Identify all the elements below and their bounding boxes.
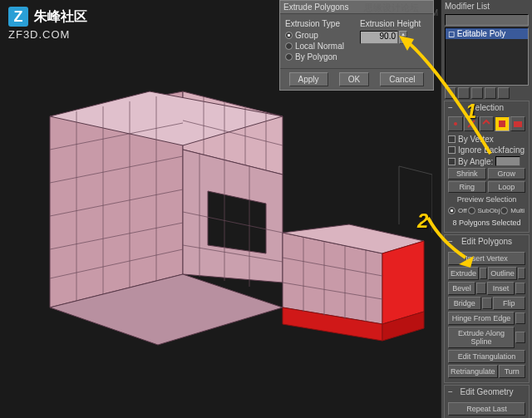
grow-button[interactable]: Grow: [488, 168, 526, 179]
extrude-spline-button[interactable]: Extrude Along Spline: [448, 327, 515, 348]
extrusion-type-label: Extrusion Type: [285, 19, 353, 28]
stack-toolbar: [445, 87, 529, 99]
inset-button[interactable]: Inset: [487, 282, 515, 295]
model-render: [33, 66, 432, 399]
pin-stack-icon[interactable]: [445, 87, 456, 99]
selection-rollout: Selection By Vertex Ignore Backfacing By…: [444, 101, 530, 233]
radio-icon: [468, 207, 475, 214]
svg-rect-39: [499, 120, 505, 127]
watermark-logo: Z 朱峰社区 ZF3D.COM: [8, 7, 87, 41]
logo-icon: Z: [8, 7, 28, 27]
radio-icon: [500, 207, 508, 214]
checkbox-icon: [448, 158, 456, 165]
radio-label: By Polygon: [295, 52, 337, 61]
rollout-title[interactable]: Edit Geometry: [445, 386, 529, 398]
extrude-button[interactable]: Extrude: [448, 267, 479, 280]
preview-multi[interactable]: Multi: [500, 207, 525, 214]
watermark-text: 朱峰社区: [34, 8, 87, 26]
subobject-row: [448, 116, 525, 131]
spinner-down-icon[interactable]: ▼: [399, 37, 407, 44]
modifier-dropdown[interactable]: [445, 14, 529, 26]
by-angle-check[interactable]: By Angle:: [448, 156, 525, 166]
retriangulate-button[interactable]: Retriangulate: [448, 365, 498, 378]
watermark-url: ZF3D.COM: [8, 28, 87, 41]
radio-icon: [448, 207, 456, 214]
selection-status: 8 Polygons Selected: [448, 219, 525, 227]
edit-polygons-rollout: Edit Polygons Insert Vertex ExtrudeOutli…: [444, 234, 530, 383]
configure-icon[interactable]: [498, 87, 510, 99]
so-element-button[interactable]: [510, 116, 525, 131]
ok-button[interactable]: OK: [339, 72, 369, 86]
so-vertex-button[interactable]: [448, 116, 463, 131]
repeat-last-button[interactable]: Repeat Last: [448, 402, 525, 416]
radio-icon: [285, 53, 293, 61]
radio-by-polygon[interactable]: By Polygon: [285, 52, 353, 61]
ignore-backfacing-check[interactable]: Ignore Backfacing: [448, 145, 525, 155]
command-panel: Modifier List ◻ Editable Poly Selection …: [441, 0, 532, 418]
so-polygon-button[interactable]: [495, 116, 510, 131]
bevel-settings-button[interactable]: [476, 283, 486, 294]
inset-settings-button[interactable]: [515, 283, 525, 294]
radio-label: Local Normal: [295, 42, 344, 51]
by-vertex-check[interactable]: By Vertex: [448, 135, 525, 144]
extrusion-height-label: Extrusion Height: [360, 19, 428, 28]
bevel-button[interactable]: Bevel: [448, 282, 475, 295]
watermark-top: 思缘设计论坛: [364, 2, 419, 14]
svg-rect-40: [514, 121, 522, 127]
rollout-title[interactable]: Selection: [445, 101, 529, 114]
apply-button[interactable]: Apply: [289, 72, 328, 86]
remove-mod-icon[interactable]: [485, 87, 496, 99]
svg-marker-7: [382, 241, 424, 324]
hinge-button[interactable]: Hinge From Edge: [448, 312, 515, 325]
edit-geometry-rollout: Edit Geometry Repeat Last Constraints No…: [444, 385, 530, 418]
edit-tri-button[interactable]: Edit Triangulation: [448, 350, 525, 363]
height-spinner[interactable]: 90.0 ▲▼: [360, 31, 428, 44]
angle-input[interactable]: [495, 156, 520, 166]
checkbox-icon: [448, 135, 456, 143]
height-input[interactable]: 90.0: [360, 31, 398, 44]
preview-off[interactable]: Off: [448, 207, 467, 214]
annotation-2: 2: [417, 209, 428, 233]
extrude-settings-button[interactable]: [480, 268, 487, 279]
show-result-icon[interactable]: [458, 87, 470, 99]
spinner-up-icon[interactable]: ▲: [399, 31, 407, 37]
so-border-button[interactable]: [480, 116, 495, 131]
modifier-list-label: Modifier List: [441, 0, 532, 12]
hinge-settings-button[interactable]: [515, 312, 525, 324]
loop-button[interactable]: Loop: [488, 181, 526, 193]
stack-item-editable-poly[interactable]: ◻ Editable Poly: [446, 28, 528, 39]
outline-settings-button[interactable]: [518, 268, 525, 279]
shrink-button[interactable]: Shrink: [448, 168, 486, 179]
svg-point-37: [454, 122, 457, 125]
modifier-stack[interactable]: ◻ Editable Poly: [445, 27, 529, 86]
preview-label: Preview Selection: [448, 195, 525, 204]
turn-button[interactable]: Turn: [499, 365, 525, 378]
radio-local-normal[interactable]: Local Normal: [285, 42, 353, 51]
make-unique-icon[interactable]: [471, 87, 483, 99]
radio-icon: [285, 42, 293, 50]
ring-button[interactable]: Ring: [448, 181, 486, 193]
outline-button[interactable]: Outline: [488, 267, 517, 280]
radio-icon: [285, 32, 293, 39]
spline-settings-button[interactable]: [515, 332, 525, 343]
cancel-button[interactable]: Cancel: [380, 72, 424, 86]
insert-vertex-button[interactable]: Insert Vertex: [448, 252, 525, 265]
preview-subobj[interactable]: SubObj: [468, 207, 500, 214]
annotation-1: 1: [466, 100, 476, 123]
checkbox-icon: [448, 146, 456, 154]
bridge-settings-button[interactable]: [482, 298, 492, 309]
flip-button[interactable]: Flip: [493, 297, 526, 310]
radio-label: Group: [295, 31, 318, 40]
bridge-button[interactable]: Bridge: [448, 297, 481, 310]
rollout-title[interactable]: Edit Polygons: [445, 235, 529, 248]
radio-group[interactable]: Group: [285, 31, 353, 40]
